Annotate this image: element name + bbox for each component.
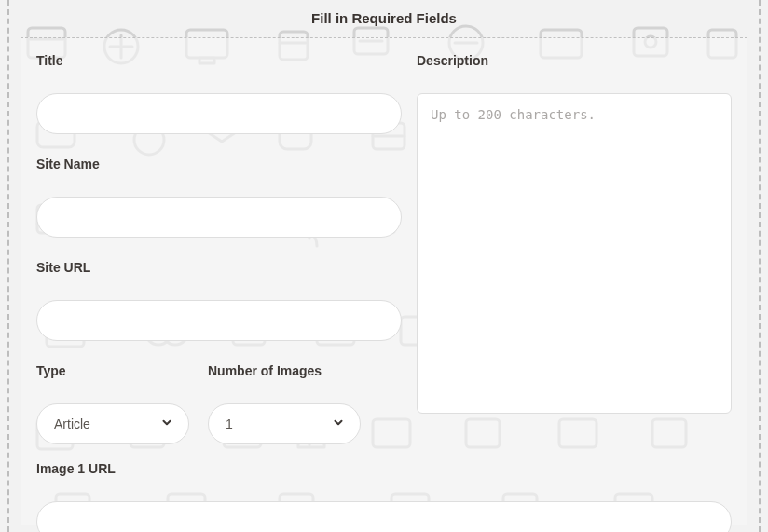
num-images-label: Number of Images (208, 363, 361, 378)
type-label: Type (36, 363, 189, 378)
field-title: Title (36, 53, 402, 134)
description-textarea[interactable] (417, 93, 732, 414)
type-select[interactable]: Article (36, 403, 189, 444)
site-name-input[interactable] (36, 197, 402, 238)
field-site-name: Site Name (36, 157, 402, 238)
chevron-down-icon (160, 416, 173, 432)
image1-url-input[interactable] (36, 501, 732, 532)
section-heading: Fill in Required Fields (21, 0, 747, 37)
num-images-selected-value: 1 (226, 416, 233, 431)
site-url-input[interactable] (36, 300, 402, 341)
form-panel: Title Site Name Site URL Type Article (21, 37, 747, 525)
site-name-label: Site Name (36, 157, 402, 171)
image1-url-label: Image 1 URL (36, 461, 732, 476)
field-image1-url: Image 1 URL (36, 461, 732, 532)
chevron-down-icon (332, 416, 345, 432)
field-description: Description (417, 53, 732, 417)
title-label: Title (36, 53, 402, 68)
description-label: Description (417, 53, 732, 68)
form-container: Fill in Required Fields Title Site Name … (7, 0, 761, 532)
num-images-select[interactable]: 1 (208, 403, 361, 444)
field-site-url: Site URL (36, 260, 402, 341)
site-url-label: Site URL (36, 260, 402, 275)
type-selected-value: Article (54, 416, 90, 431)
title-input[interactable] (36, 93, 402, 134)
